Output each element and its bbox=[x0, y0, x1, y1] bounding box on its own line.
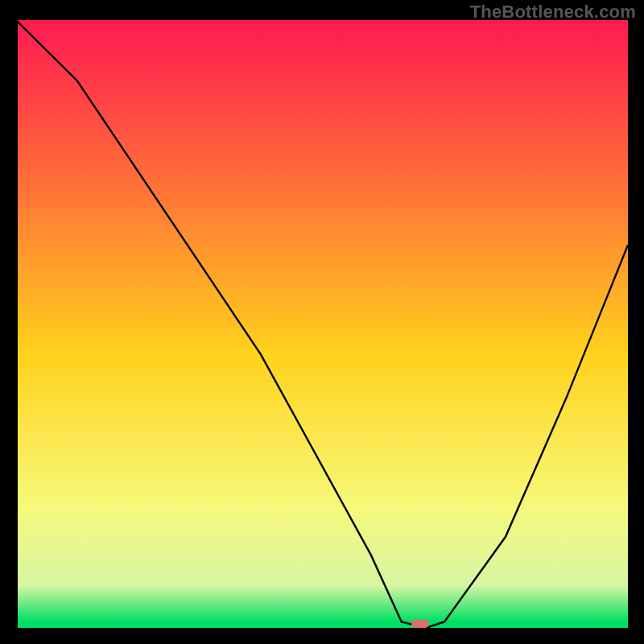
plot-area bbox=[16, 20, 628, 628]
axis-x bbox=[16, 628, 628, 630]
chart-frame: TheBottleneck.com bbox=[0, 0, 644, 644]
bottleneck-curve bbox=[16, 20, 628, 628]
axis-y bbox=[16, 20, 18, 630]
optimum-marker bbox=[411, 620, 429, 628]
watermark-text: TheBottleneck.com bbox=[470, 2, 636, 23]
curve-path bbox=[16, 20, 628, 628]
